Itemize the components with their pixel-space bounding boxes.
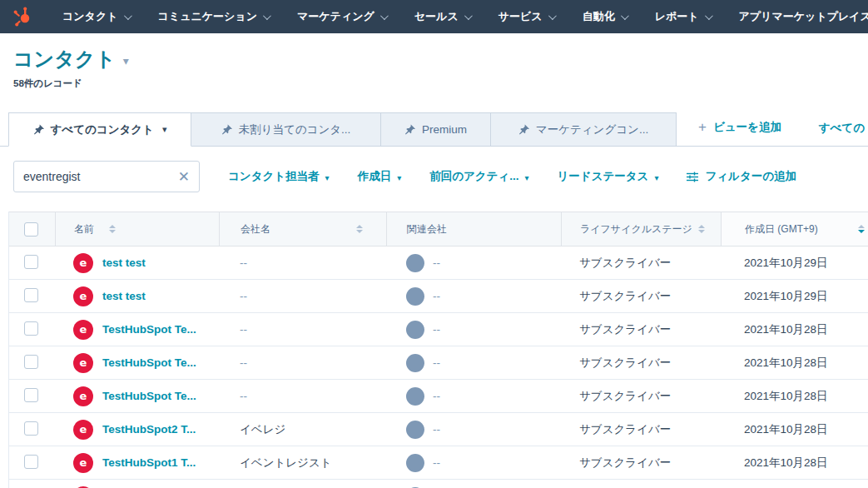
table-row: e <box>9 480 868 488</box>
add-filter-button[interactable]: フィルターの追加 <box>687 169 796 184</box>
nav-menu-item-コンタクト[interactable]: コンタクト <box>48 0 144 33</box>
lifecycle-stage-cell: サブスクライバー <box>561 389 721 404</box>
nav-menu-item-レポート[interactable]: レポート <box>641 0 725 33</box>
column-header[interactable]: 名前 <box>55 212 219 246</box>
view-tab-label: 未割り当てのコンタ... <box>239 122 351 137</box>
nav-menu-item-サービス[interactable]: サービス <box>484 0 568 33</box>
row-checkbox[interactable] <box>24 455 38 469</box>
view-tab[interactable]: すべてのコンタクト ▾ <box>8 112 191 147</box>
filter-dropdown-label: 前回のアクティ... <box>429 169 518 184</box>
row-checkbox-cell <box>9 388 55 405</box>
contact-name-cell: e TestHubSpot1 T... <box>55 453 219 473</box>
nav-menu-label: サービス <box>498 9 543 24</box>
view-tab-label: マーケティングコン... <box>536 122 648 137</box>
table-row: e TestHubSpot Te... -- -- サブスクライバー 2021年… <box>9 313 868 346</box>
related-company-cell: -- <box>386 387 561 406</box>
view-tab-label: Premium <box>422 123 467 136</box>
nav-menu-label: 自動化 <box>583 9 615 24</box>
chevron-down-icon <box>621 12 629 20</box>
contact-name-link[interactable]: TestHubSpot Te... <box>102 323 196 336</box>
row-checkbox[interactable] <box>24 355 38 369</box>
column-header-label: 関連会社 <box>407 222 447 237</box>
column-header[interactable]: 会社名 <box>219 212 386 246</box>
company-name-cell: -- <box>219 323 386 336</box>
lifecycle-stage-cell: サブスクライバー <box>561 422 721 437</box>
table-row: e TestHubSpot Te... -- -- サブスクライバー 2021年… <box>9 346 868 380</box>
chevron-down-icon <box>380 12 389 20</box>
filter-dropdown[interactable]: 前回のアクティ... ▾ <box>429 169 528 184</box>
view-tab[interactable]: 未割り当てのコンタ... ▾ <box>191 112 381 147</box>
filter-dropdown[interactable]: コンタクト担当者 ▾ <box>228 169 330 184</box>
filter-dropdown[interactable]: 作成日 ▾ <box>358 169 402 184</box>
contact-name-cell: e TestHubSpot Te... <box>55 386 219 406</box>
top-navigation: コンタクト コミュニケーション マーケティング セールス サービス 自動化 レポ… <box>0 0 868 33</box>
company-name-cell: -- <box>219 256 386 269</box>
sort-icon[interactable] <box>109 225 116 233</box>
nav-menu-item-コミュニケーション[interactable]: コミュニケーション <box>144 0 283 33</box>
row-checkbox[interactable] <box>24 421 38 436</box>
table-header-row: 名前 会社名 関連会社 ライフサイクルステージ 作成日 (GMT+9) <box>9 212 868 246</box>
title-dropdown-caret-icon[interactable]: ▾ <box>123 51 129 67</box>
contact-name-link[interactable]: TestHubSpot Te... <box>102 356 196 369</box>
lifecycle-stage-cell: サブスクライバー <box>561 289 721 304</box>
sort-icon[interactable] <box>858 225 865 233</box>
all-views-link[interactable]: すべての <box>819 121 865 136</box>
row-checkbox[interactable] <box>24 388 38 402</box>
clear-search-icon[interactable]: ✕ <box>178 170 190 184</box>
create-date-cell: 2021年10月28日 <box>721 356 868 371</box>
row-checkbox-cell <box>9 455 55 471</box>
contact-avatar: e <box>73 286 93 306</box>
column-header[interactable]: 関連会社 <box>386 212 561 246</box>
row-checkbox[interactable] <box>24 321 38 336</box>
contact-name-cell: e TestHubSpot2 T... <box>55 420 219 440</box>
hubspot-logo-icon[interactable] <box>12 6 33 27</box>
contact-name-link[interactable]: TestHubSpot1 T... <box>102 456 196 469</box>
sort-icon[interactable] <box>698 225 705 233</box>
contact-name-link[interactable]: test test <box>102 290 146 302</box>
nav-menu-label: セールス <box>414 9 459 24</box>
column-header[interactable]: ライフサイクルステージ <box>561 212 721 246</box>
related-company-cell: -- <box>386 421 561 439</box>
contact-name-link[interactable]: test test <box>102 256 146 269</box>
nav-menu-item-セールス[interactable]: セールス <box>400 0 484 33</box>
nav-menu-item-自動化[interactable]: 自動化 <box>568 0 641 33</box>
column-header[interactable]: 作成日 (GMT+9) <box>721 212 868 246</box>
lifecycle-stage-cell: サブスクライバー <box>561 322 721 337</box>
nav-menu-item-アプリマーケットプレイス[interactable]: アプリマーケットプレイス <box>725 0 868 33</box>
lifecycle-stage-cell: サブスクライバー <box>561 256 721 271</box>
lifecycle-stage-cell: サブスクライバー <box>561 356 721 371</box>
row-checkbox[interactable] <box>24 288 38 302</box>
search-box[interactable]: ✕ <box>13 161 200 192</box>
contact-name-cell: e test test <box>55 253 219 273</box>
create-date-cell: 2021年10月28日 <box>721 389 868 404</box>
select-all-checkbox[interactable] <box>24 222 38 237</box>
page-title: コンタクト <box>13 46 116 72</box>
company-avatar <box>406 454 424 472</box>
contacts-table: 名前 会社名 関連会社 ライフサイクルステージ 作成日 (GMT+9) e te… <box>8 212 868 488</box>
create-date-cell: 2021年10月28日 <box>721 422 868 437</box>
search-input[interactable] <box>23 170 178 183</box>
contact-name-link[interactable]: TestHubSpot Te... <box>102 390 196 402</box>
company-avatar <box>406 287 424 306</box>
filter-dropdown-label: コンタクト担当者 <box>228 169 320 184</box>
filter-dropdown-label: リードステータス <box>558 169 649 184</box>
related-company-cell: -- <box>386 287 561 306</box>
contact-name-link[interactable]: TestHubSpot2 T... <box>102 423 196 436</box>
filter-sliders-icon <box>687 172 698 182</box>
row-checkbox-cell <box>9 421 55 438</box>
filter-caret-icon: ▾ <box>525 172 529 182</box>
contact-avatar: e <box>73 420 93 440</box>
filter-dropdown[interactable]: リードステータス ▾ <box>558 169 659 184</box>
related-company-cell: -- <box>386 354 561 372</box>
nav-menu-item-マーケティング[interactable]: マーケティング <box>283 0 400 33</box>
add-view-button[interactable]: + ビューを追加 <box>698 119 781 136</box>
column-header-label: 作成日 (GMT+9) <box>745 222 818 237</box>
filter-caret-icon: ▾ <box>325 172 330 182</box>
sort-icon[interactable] <box>356 225 363 233</box>
filter-row: ✕ コンタクト担当者 ▾ 作成日 ▾ 前回のアクティ... ▾ リードステータス… <box>0 147 868 192</box>
view-tab[interactable]: マーケティングコン... ▾ <box>491 112 677 147</box>
nav-menu-label: アプリマーケットプレイス <box>739 9 868 24</box>
row-checkbox[interactable] <box>24 255 38 269</box>
nav-menu-label: レポート <box>655 9 699 24</box>
view-tab[interactable]: Premium ▾ <box>381 112 491 147</box>
